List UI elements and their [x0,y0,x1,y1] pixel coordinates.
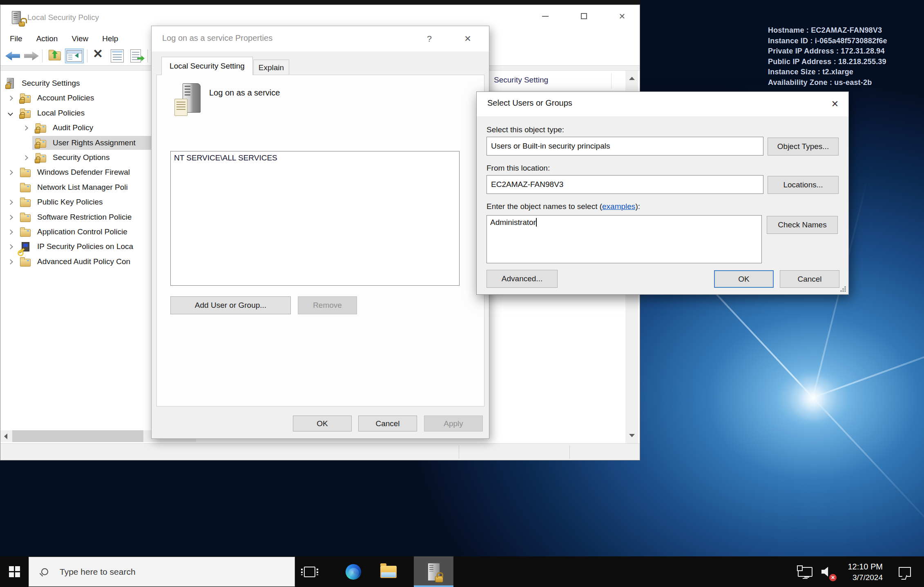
folder-lock-icon [35,137,48,149]
task-view-icon [304,567,315,577]
chevron-right-icon[interactable] [8,96,13,101]
instance-info-line: Availability Zone : us-east-2b [768,78,887,88]
examples-link[interactable]: examples [602,202,635,211]
chevron-down-icon[interactable] [8,111,13,116]
instance-info-line: Private IP Address : 172.31.28.94 [768,46,887,57]
toolbar-separator [147,49,148,62]
ok-button[interactable]: OK [293,416,352,431]
tree-item-label: User Rights Assignment [53,138,136,147]
list-item[interactable]: NT SERVICE\ALL SERVICES [171,151,459,165]
chevron-right-icon[interactable] [23,155,28,160]
file-explorer-icon [380,566,397,578]
chevron-right-icon[interactable] [8,259,13,265]
menu-action[interactable]: Action [36,34,58,43]
remove-button: Remove [298,296,357,314]
members-listbox[interactable]: NT SERVICE\ALL SERVICES [170,151,460,286]
action-center-icon [899,567,911,577]
scroll-up-icon[interactable] [625,71,638,86]
close-button[interactable]: ✕ [608,5,636,27]
forward-icon[interactable] [24,51,39,60]
instance-info-line: Public IP Address : 18.218.255.39 [768,57,887,67]
local-security-policy-taskbar-button[interactable] [414,556,453,587]
edge-icon [346,564,361,580]
close-icon[interactable]: ✕ [825,95,845,113]
task-view-button[interactable] [297,556,323,587]
chevron-right-icon[interactable] [8,200,13,205]
chevron-right-icon[interactable] [23,125,28,131]
dialog-title: Select Users or Groups [487,98,572,108]
menu-file[interactable]: File [10,34,22,43]
instance-info-overlay: Hostname : EC2AMAZ-FAN98V3Instance ID : … [768,25,887,88]
object-names-label: Enter the object names to select (exampl… [487,202,640,211]
tab-local-security-setting[interactable]: Local Security Setting [161,57,253,75]
menu-view[interactable]: View [71,34,88,43]
tree-item-label: Network List Manager Poli [37,183,128,192]
taskbar-search-input[interactable]: Type here to search [29,557,295,587]
object-names-textarea[interactable]: Administrator [487,215,762,263]
local-security-policy-icon [428,563,440,581]
column-header-label: Security Setting [494,76,548,84]
toolbar-separator [87,49,87,62]
cancel-button[interactable]: Cancel [358,416,417,431]
tab-explain[interactable]: Explain [253,60,289,75]
text-caret [536,218,537,227]
file-explorer-button[interactable] [373,556,404,587]
check-names-button[interactable]: Check Names [767,216,838,234]
cancel-button[interactable]: Cancel [780,270,839,288]
instance-info-line: Instance ID : i-065a48f5730882f6e [768,36,887,47]
start-button[interactable] [0,556,29,587]
export-list-icon[interactable] [130,49,141,62]
column-separator[interactable] [611,73,612,89]
location-label: From this location: [487,164,550,173]
ok-button[interactable]: OK [714,270,774,288]
console-tree-icon[interactable] [65,49,84,63]
taskbar-clock[interactable]: 12:10 PM 3/7/2024 [833,556,884,587]
properties-list-icon[interactable] [111,49,124,62]
network-icon [798,567,812,577]
back-icon[interactable] [5,51,20,60]
taskbar: Type here to search ✕ 12:10 PM 3/7/2024 [0,556,924,587]
folder-icon [19,256,32,267]
toolbar-separator [42,49,42,62]
object-type-field[interactable]: Users or Built-in security principals [487,137,763,156]
action-center-button[interactable] [893,556,917,587]
status-separator [459,445,459,459]
delete-icon[interactable]: ✕ [93,47,103,61]
dialog-title-bar[interactable]: Select Users or Groups ✕ [477,92,848,116]
scrollbar-thumb[interactable] [12,430,143,442]
scroll-down-icon[interactable] [625,428,638,443]
minimize-button[interactable] [531,5,559,27]
chevron-right-icon[interactable] [8,229,13,235]
window-title: Local Security Policy [27,13,99,22]
folder-lock-icon [35,152,48,163]
tree-item-label: IP Security Policies on Loca [37,242,133,251]
clock-date: 3/7/2024 [853,572,883,583]
add-user-or-group-button[interactable]: Add User or Group... [170,296,291,314]
object-types-button[interactable]: Object Types... [768,138,839,156]
computer-lock-icon [5,78,18,89]
location-field[interactable]: EC2AMAZ-FAN98V3 [487,175,763,194]
chevron-right-icon[interactable] [8,244,13,249]
network-tray-button[interactable] [795,556,816,587]
tree-item-label: Security Settings [22,79,80,88]
active-app-indicator [414,585,453,587]
tab-page: Log on as a service NT SERVICE\ALL SERVI… [156,75,484,407]
dialog-title-bar[interactable]: Log on as a service Properties ? ✕ [152,26,489,51]
chevron-right-icon[interactable] [8,170,13,175]
close-icon[interactable]: ✕ [459,30,477,47]
scroll-left-icon[interactable] [0,430,11,442]
locations-button[interactable]: Locations... [768,176,839,194]
edge-button[interactable] [339,556,368,587]
clock-time: 12:10 PM [848,561,883,572]
chevron-right-icon[interactable] [8,215,13,220]
maximize-button[interactable] [570,5,598,27]
resize-grip[interactable] [840,286,846,292]
help-icon[interactable]: ? [420,30,438,47]
advanced-button[interactable]: Advanced... [487,270,558,288]
apply-button: Apply [424,416,483,431]
tree-item-label: Account Policies [37,93,94,102]
menu-help[interactable]: Help [102,34,118,43]
folder-icon [19,196,32,208]
tree-item-label: Public Key Policies [37,198,103,207]
up-folder-icon[interactable] [49,51,61,60]
